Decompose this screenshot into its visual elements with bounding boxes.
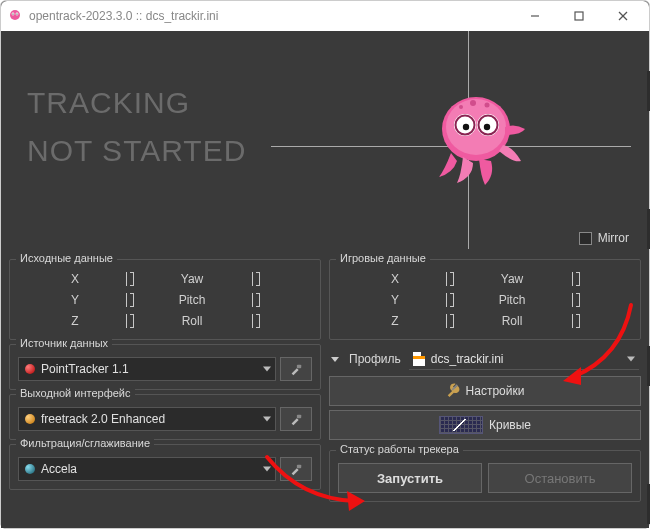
start-label: Запустить xyxy=(377,471,443,486)
svg-point-17 xyxy=(470,100,476,106)
output-settings-button[interactable] xyxy=(280,407,312,431)
svg-rect-22 xyxy=(297,465,301,469)
profile-row: Профиль dcs_trackir.ini xyxy=(331,348,639,370)
chevron-down-icon xyxy=(263,417,271,422)
raw-z-label: Z xyxy=(57,314,93,331)
tracking-status-line1: TRACKING xyxy=(27,79,246,127)
game-yaw-value xyxy=(557,272,593,289)
source-select[interactable]: PointTracker 1.1 xyxy=(18,357,276,381)
source-value: PointTracker 1.1 xyxy=(41,362,129,376)
svg-rect-21 xyxy=(297,415,301,419)
filter-settings-button[interactable] xyxy=(280,457,312,481)
status-legend: Статус работы трекера xyxy=(336,443,463,455)
tracking-status-text: TRACKING NOT STARTED xyxy=(27,79,246,175)
curves-button[interactable]: Кривые xyxy=(329,410,641,440)
settings-label: Настройки xyxy=(466,384,525,398)
game-x-value xyxy=(431,272,467,289)
svg-point-3 xyxy=(12,13,13,14)
raw-data-legend: Исходные данные xyxy=(16,252,117,264)
content-area: TRACKING NOT STARTED xyxy=(1,31,649,528)
source-settings-button[interactable] xyxy=(280,357,312,381)
game-x-label: X xyxy=(377,272,413,289)
file-icon xyxy=(413,352,425,366)
game-z-label: Z xyxy=(377,314,413,331)
mirror-label: Mirror xyxy=(598,231,629,245)
right-column: Игровые данные X Yaw Y Pitch Z Roll xyxy=(329,259,641,522)
filter-group: Фильтрация/сглаживание Accela xyxy=(9,444,321,490)
curves-label: Кривые xyxy=(489,418,531,432)
curves-icon xyxy=(439,416,483,434)
status-group: Статус работы трекера Запустить Останови… xyxy=(329,450,641,502)
raw-x-value xyxy=(111,272,147,289)
game-yaw-label: Yaw xyxy=(485,272,539,289)
svg-point-19 xyxy=(459,105,463,109)
game-y-value xyxy=(431,293,467,310)
app-window: opentrack-2023.3.0 :: dcs_trackir.ini TR… xyxy=(0,0,650,529)
minimize-button[interactable] xyxy=(515,3,555,29)
chevron-down-icon xyxy=(263,367,271,372)
chevron-down-icon xyxy=(263,467,271,472)
titlebar: opentrack-2023.3.0 :: dcs_trackir.ini xyxy=(1,1,649,31)
preview-pane: TRACKING NOT STARTED xyxy=(1,31,649,251)
game-y-label: Y xyxy=(377,293,413,310)
game-pitch-label: Pitch xyxy=(485,293,539,310)
svg-point-18 xyxy=(485,103,490,108)
raw-y-label: Y xyxy=(57,293,93,310)
source-group: Источник данных PointTracker 1.1 xyxy=(9,344,321,390)
raw-yaw-label: Yaw xyxy=(165,272,219,289)
raw-y-value xyxy=(111,293,147,310)
output-select[interactable]: freetrack 2.0 Enhanced xyxy=(18,407,276,431)
close-button[interactable] xyxy=(603,3,643,29)
raw-roll-label: Roll xyxy=(165,314,219,331)
filter-dot-icon xyxy=(25,464,35,474)
profile-select[interactable]: dcs_trackir.ini xyxy=(409,348,639,370)
octopus-mascot-icon xyxy=(421,81,531,191)
raw-pitch-label: Pitch xyxy=(165,293,219,310)
game-z-value xyxy=(431,314,467,331)
svg-point-15 xyxy=(463,124,469,130)
output-group: Выходной интерфейс freetrack 2.0 Enhance… xyxy=(9,394,321,440)
game-data-group: Игровые данные X Yaw Y Pitch Z Roll xyxy=(329,259,641,340)
game-roll-label: Roll xyxy=(485,314,539,331)
start-button[interactable]: Запустить xyxy=(338,463,482,493)
tracker-dot-icon xyxy=(25,364,35,374)
output-legend: Выходной интерфейс xyxy=(16,387,135,399)
maximize-button[interactable] xyxy=(559,3,599,29)
stop-button[interactable]: Остановить xyxy=(488,463,632,493)
svg-rect-6 xyxy=(575,12,583,20)
profile-value: dcs_trackir.ini xyxy=(431,352,504,366)
stop-label: Остановить xyxy=(525,471,596,486)
output-value: freetrack 2.0 Enhanced xyxy=(41,412,165,426)
raw-yaw-value xyxy=(237,272,273,289)
svg-point-16 xyxy=(484,124,490,130)
raw-pitch-value xyxy=(237,293,273,310)
game-roll-value xyxy=(557,314,593,331)
mirror-checkbox[interactable] xyxy=(579,232,592,245)
profile-collapse-icon[interactable] xyxy=(331,357,339,362)
wrench-icon xyxy=(446,383,460,400)
game-pitch-value xyxy=(557,293,593,310)
left-column: Исходные данные X Yaw Y Pitch Z Roll xyxy=(9,259,321,522)
raw-x-label: X xyxy=(57,272,93,289)
raw-data-group: Исходные данные X Yaw Y Pitch Z Roll xyxy=(9,259,321,340)
octopus-app-icon xyxy=(7,8,23,24)
svg-point-0 xyxy=(10,10,20,20)
raw-z-value xyxy=(111,314,147,331)
tracking-status-line2: NOT STARTED xyxy=(27,127,246,175)
svg-point-4 xyxy=(16,13,17,14)
settings-button[interactable]: Настройки xyxy=(329,376,641,406)
profile-label: Профиль xyxy=(349,352,401,366)
window-title: opentrack-2023.3.0 :: dcs_trackir.ini xyxy=(29,9,515,23)
svg-rect-20 xyxy=(297,365,301,369)
source-legend: Источник данных xyxy=(16,337,112,349)
filter-legend: Фильтрация/сглаживание xyxy=(16,437,154,449)
chevron-down-icon xyxy=(627,356,635,361)
raw-roll-value xyxy=(237,314,273,331)
game-data-legend: Игровые данные xyxy=(336,252,430,264)
mirror-row: Mirror xyxy=(579,231,629,245)
output-dot-icon xyxy=(25,414,35,424)
filter-value: Accela xyxy=(41,462,77,476)
filter-select[interactable]: Accela xyxy=(18,457,276,481)
